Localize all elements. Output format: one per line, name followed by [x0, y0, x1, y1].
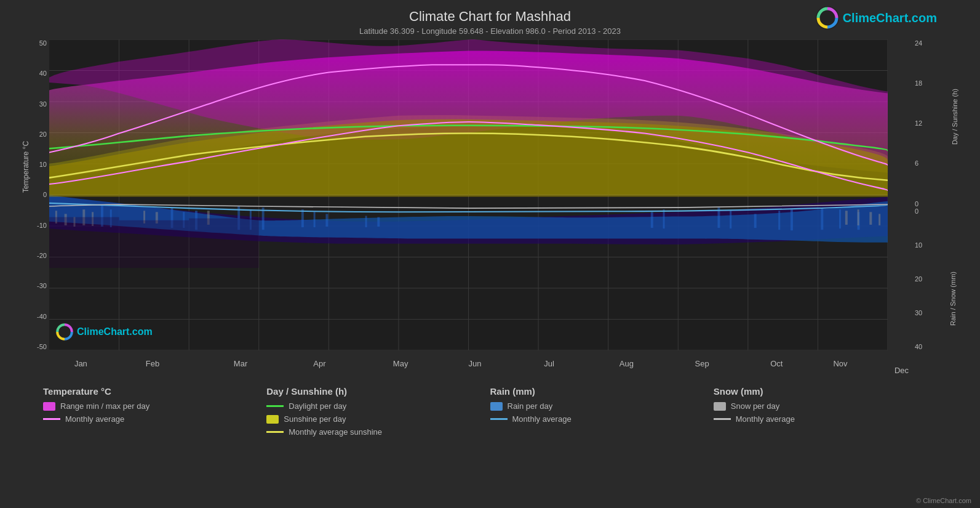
legend-area: Temperature °C Range min / max per day M…	[0, 380, 980, 446]
svg-rect-34	[314, 212, 316, 227]
svg-rect-44	[791, 209, 793, 230]
legend-line-monthly-avg-temp	[43, 418, 60, 420]
svg-rect-38	[651, 212, 653, 228]
x-label-jun: Jun	[469, 359, 482, 368]
y-axis-right-top-ticks: 24 18 12 6 0	[915, 39, 937, 208]
x-label-jan: Jan	[74, 359, 87, 368]
svg-rect-35	[325, 214, 328, 227]
legend-item-monthly-avg-snow: Monthly average	[714, 414, 937, 424]
legend-swatch-range	[43, 402, 55, 411]
chart-svg	[49, 39, 888, 350]
legend-label-monthly-avg-rain: Monthly average	[512, 414, 572, 424]
y-axis-left-ticks: 50 40 30 20 10 0 -10 -20 -30 -40 -50	[17, 39, 47, 350]
x-label-sep: Sep	[695, 359, 709, 368]
legend-line-monthly-avg-rain	[490, 418, 508, 420]
x-label-nov: Nov	[833, 359, 847, 368]
logo-bottom-left: ClimeChart.com	[55, 323, 153, 341]
x-axis: Jan Feb Mar Apr May Jun Jul Aug Sep Oct …	[49, 352, 888, 375]
legend-item-range: Range min / max per day	[43, 401, 266, 411]
x-label-oct: Oct	[770, 359, 783, 368]
legend-item-monthly-avg-temp: Monthly average	[43, 414, 266, 424]
copyright: © ClimeChart.com	[916, 497, 971, 504]
legend-label-daylight: Daylight per day	[289, 401, 346, 411]
svg-rect-45	[821, 208, 823, 230]
svg-rect-59	[878, 214, 880, 225]
legend-label-monthly-avg-temp: Monthly average	[65, 414, 124, 424]
legend-label-rain-day: Rain per day	[508, 401, 553, 411]
logo-text-bottom: ClimeChart.com	[77, 326, 153, 337]
legend-item-avg-sunshine: Monthly average sunshine	[266, 427, 490, 437]
y-label-right-bottom: Rain / Snow (mm)	[949, 272, 957, 326]
legend-item-rain-day: Rain per day	[490, 401, 714, 411]
svg-rect-56	[845, 211, 848, 225]
legend-title-rain: Rain (mm)	[490, 386, 714, 397]
legend-item-daylight: Daylight per day	[266, 401, 490, 411]
svg-rect-39	[663, 209, 665, 228]
logo-top-right: ClimeChart.com	[816, 6, 937, 30]
svg-rect-33	[301, 209, 304, 227]
legend-col-temperature: Temperature °C Range min / max per day M…	[43, 386, 266, 440]
x-label-mar: Mar	[234, 359, 247, 368]
svg-rect-58	[869, 212, 872, 225]
main-container: Climate Chart for Mashhad Latitude 36.30…	[0, 0, 980, 508]
legend-label-avg-sunshine: Monthly average sunshine	[289, 427, 382, 437]
svg-rect-41	[730, 211, 731, 228]
legend-line-avg-sunshine	[266, 431, 284, 433]
legend-label-monthly-avg-snow: Monthly average	[736, 414, 795, 424]
logo-icon	[816, 6, 839, 30]
svg-rect-57	[858, 209, 859, 225]
legend-item-sunshine-day: Sunshine per day	[266, 414, 490, 424]
legend-line-daylight	[266, 405, 284, 407]
legend-title-sunshine: Day / Sunshine (h)	[266, 386, 490, 397]
svg-rect-37	[377, 217, 380, 227]
legend-col-rain: Rain (mm) Rain per day Monthly average	[490, 386, 714, 440]
svg-rect-42	[754, 214, 757, 228]
svg-rect-62	[189, 219, 259, 268]
legend-title-snow: Snow (mm)	[714, 386, 937, 397]
legend-item-snow-day: Snow per day	[714, 401, 937, 411]
y-label-right-top: Day / Sunshine (h)	[951, 89, 958, 145]
x-label-may: May	[393, 359, 408, 368]
svg-rect-46	[839, 209, 841, 228]
y-label-left: Temperature °C	[22, 141, 30, 193]
legend-label-range: Range min / max per day	[60, 401, 149, 411]
legend-line-monthly-avg-snow	[714, 418, 731, 420]
legend-label-snow-day: Snow per day	[731, 401, 780, 411]
svg-rect-60	[49, 217, 119, 268]
chart-wrapper: 50 40 30 20 10 0 -10 -20 -30 -40 -50 Tem…	[49, 39, 912, 375]
legend-title-temperature: Temperature °C	[43, 386, 266, 397]
legend-item-monthly-avg-rain: Monthly average	[490, 414, 714, 424]
legend-col-snow: Snow (mm) Snow per day Monthly average	[714, 386, 937, 440]
legend-swatch-rain-day	[490, 402, 503, 411]
logo-text-top-right: ClimeChart.com	[843, 11, 937, 25]
logo-icon-bottom	[55, 323, 74, 341]
x-label-apr: Apr	[313, 359, 325, 368]
x-label-dec: Dec	[894, 366, 909, 375]
svg-rect-61	[119, 220, 189, 268]
legend-label-sunshine-day: Sunshine per day	[284, 414, 346, 424]
x-label-jul: Jul	[544, 359, 554, 368]
svg-rect-43	[778, 211, 780, 230]
x-label-aug: Aug	[619, 359, 634, 368]
svg-rect-36	[365, 216, 367, 228]
legend-swatch-snow-day	[714, 402, 726, 411]
legend-swatch-sunshine-day	[266, 415, 279, 424]
legend-col-sunshine: Day / Sunshine (h) Daylight per day Suns…	[266, 386, 490, 440]
y-axis-right-bottom-ticks: 0 10 20 30 40	[915, 208, 937, 351]
x-label-feb: Feb	[146, 359, 159, 368]
